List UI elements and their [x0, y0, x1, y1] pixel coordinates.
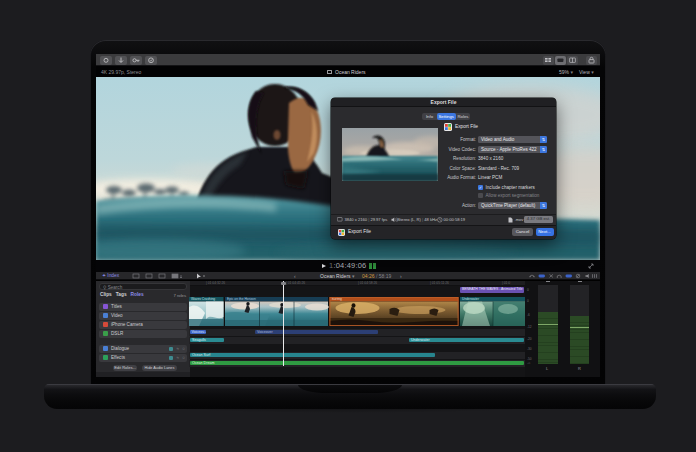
- svg-text:Underwater: Underwater: [462, 297, 480, 301]
- svg-text:Epic on the Horizon: Epic on the Horizon: [227, 297, 256, 301]
- svg-text:Waves Crashing: Waves Crashing: [191, 297, 215, 301]
- svg-text:Surfing: Surfing: [332, 297, 343, 301]
